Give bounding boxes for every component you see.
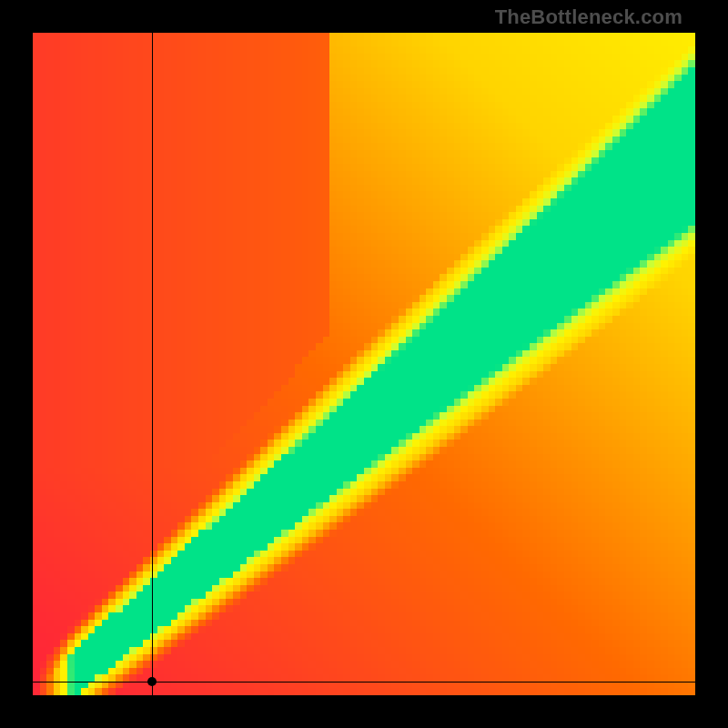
marker-point: [147, 677, 157, 686]
heatmap-plot: [33, 33, 695, 695]
crosshair-vertical: [152, 33, 154, 695]
crosshair-horizontal: [33, 682, 695, 683]
heatmap-canvas: [33, 33, 695, 695]
attribution-label: TheBottleneck.com: [495, 5, 682, 29]
chart-frame: TheBottleneck.com: [0, 0, 728, 728]
